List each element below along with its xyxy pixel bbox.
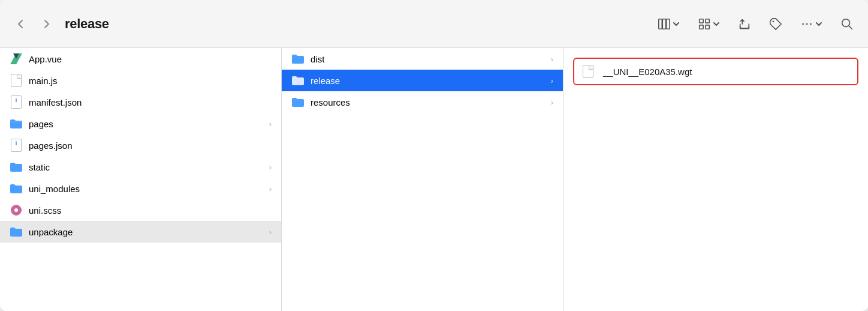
chevron-right-icon: › — [269, 163, 272, 172]
left-column: App.vue main.js manifest.json — [0, 48, 282, 311]
svg-line-12 — [849, 26, 852, 29]
list-item[interactable]: pages › — [0, 113, 281, 134]
chevron-right-icon: › — [269, 228, 272, 237]
svg-point-7 — [773, 20, 774, 22]
file-name: uni_modules — [29, 184, 266, 194]
list-item[interactable]: uni.scss — [0, 199, 281, 221]
list-item[interactable]: unpackage › — [0, 221, 281, 243]
folder-icon — [10, 225, 23, 238]
list-item[interactable]: resources › — [282, 91, 563, 113]
svg-rect-0 — [659, 19, 662, 29]
chevron-right-icon: › — [551, 55, 553, 64]
file-name: main.js — [29, 76, 272, 86]
list-item[interactable]: static › — [0, 156, 281, 178]
svg-rect-6 — [706, 25, 709, 28]
column-view-button[interactable] — [655, 15, 682, 33]
vue-file-icon — [10, 52, 23, 65]
back-button[interactable] — [12, 16, 30, 32]
list-item[interactable]: pages.json — [0, 134, 281, 156]
svg-rect-4 — [706, 19, 709, 22]
file-name: unpackage — [29, 227, 266, 237]
svg-rect-3 — [700, 19, 703, 22]
file-name: pages — [29, 119, 266, 129]
nav-buttons — [12, 16, 55, 32]
list-item[interactable]: uni_modules › — [0, 178, 281, 199]
svg-point-10 — [810, 23, 812, 25]
grid-view-button[interactable] — [695, 15, 722, 33]
file-name: dist — [311, 54, 547, 64]
json-file-icon — [10, 139, 23, 152]
folder-icon — [291, 95, 305, 109]
file-name: resources — [311, 97, 547, 107]
list-item[interactable]: App.vue — [0, 48, 281, 70]
file-name: release — [311, 76, 547, 86]
chevron-right-icon: › — [269, 119, 272, 128]
file-name: pages.json — [29, 140, 272, 151]
file-name: manifest.json — [29, 97, 272, 107]
more-button[interactable] — [798, 15, 825, 33]
content-area: App.vue main.js manifest.json — [0, 48, 868, 311]
svg-point-9 — [806, 23, 808, 25]
file-name: __UNI__E020A35.wgt — [603, 67, 692, 77]
svg-rect-2 — [667, 19, 670, 29]
chevron-right-icon: › — [551, 98, 553, 107]
chevron-right-icon: › — [551, 76, 553, 85]
list-item[interactable]: manifest.json — [0, 91, 281, 113]
titlebar-actions — [655, 15, 856, 33]
folder-icon — [10, 160, 23, 174]
file-name: uni.scss — [29, 205, 272, 216]
window-title: release — [65, 16, 109, 32]
list-item[interactable]: __UNI__E020A35.wgt — [573, 58, 858, 85]
search-button[interactable] — [838, 15, 856, 33]
file-name: static — [29, 162, 266, 172]
titlebar: release — [0, 0, 868, 48]
folder-icon — [10, 117, 23, 130]
list-item[interactable]: dist › — [282, 48, 563, 70]
finder-window: release — [0, 0, 868, 311]
svg-point-8 — [802, 23, 804, 25]
folder-icon — [291, 52, 305, 65]
right-column: __UNI__E020A35.wgt — [563, 48, 868, 311]
share-button[interactable] — [736, 15, 754, 33]
svg-rect-5 — [700, 25, 703, 28]
mid-column: dist › release › r — [282, 48, 563, 311]
wgt-file-icon — [583, 65, 596, 78]
list-item[interactable]: main.js — [0, 70, 281, 91]
folder-icon — [10, 182, 23, 195]
svg-rect-1 — [662, 19, 666, 29]
json-file-icon — [10, 95, 23, 109]
folder-icon — [291, 74, 305, 87]
chevron-right-icon: › — [269, 184, 272, 193]
tag-button[interactable] — [767, 15, 785, 33]
doc-file-icon — [10, 74, 23, 87]
forward-button[interactable] — [37, 16, 55, 32]
list-item[interactable]: release › — [282, 70, 563, 91]
file-name: App.vue — [29, 54, 272, 64]
scss-file-icon — [10, 204, 23, 217]
